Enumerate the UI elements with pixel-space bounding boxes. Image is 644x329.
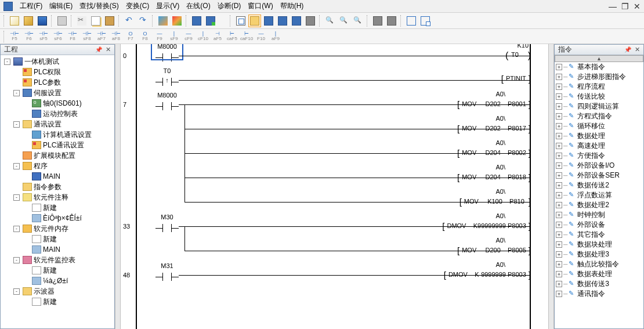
expand-icon[interactable]: + [556, 291, 562, 297]
function-block[interactable]: A0\[MOV D202 P8001] [457, 97, 531, 110]
expand-icon[interactable]: + [556, 84, 562, 90]
tree-node[interactable]: 新建 [2, 203, 113, 213]
expand-icon[interactable]: + [556, 261, 562, 267]
command-item[interactable]: +─触点比较指令 [555, 259, 643, 269]
tree-node[interactable]: MAIN [2, 244, 113, 255]
fn-aF5[interactable]: ⊣aF5 [211, 30, 225, 43]
menu-window[interactable]: 窗口(W) [248, 1, 273, 11]
tree-toggle[interactable]: - [13, 288, 20, 295]
undo-button[interactable] [123, 15, 136, 27]
cut-button[interactable] [75, 15, 88, 27]
command-item[interactable]: +─步进梯形图指令 [555, 72, 643, 82]
fn-sF6[interactable]: ⊣⊢sF6 [51, 30, 65, 43]
function-block[interactable]: A0\[MOV D204 P8018] [457, 171, 531, 183]
tree-node[interactable]: -一体机测试 [2, 56, 113, 67]
panel-close-button[interactable]: ✕ [635, 46, 640, 53]
tree-node[interactable]: 新建 [2, 265, 113, 276]
tool-a-button[interactable] [371, 15, 384, 27]
coil[interactable]: K10(T0) [496, 49, 531, 60]
tree-node[interactable]: MAIN [2, 171, 113, 182]
tree-node[interactable]: 计算机通讯设置 [2, 129, 113, 140]
function-block[interactable]: A0\[DMOV K-9999999 P8003] [444, 268, 531, 281]
function-block[interactable]: A0\[DMOV K99999999 P8003] [442, 219, 531, 232]
function-block[interactable]: A0\[MOV D202 P8017] [457, 122, 531, 135]
tree-node[interactable]: 新建 [2, 297, 113, 307]
function-block[interactable]: A0\[MOV D204 P8002] [457, 146, 531, 159]
function-block[interactable]: [PTINIT] [501, 72, 531, 85]
tree-toggle[interactable]: - [13, 90, 20, 96]
tree-toggle[interactable]: - [4, 59, 10, 65]
win2-button[interactable] [419, 15, 432, 27]
expand-icon[interactable]: + [556, 113, 562, 120]
print-button[interactable] [56, 15, 68, 27]
expand-icon[interactable]: + [556, 222, 562, 228]
expand-icon[interactable]: + [556, 133, 562, 139]
theme1-button[interactable] [157, 15, 169, 27]
ladder-editor[interactable]: 0M8000K10(T0)T0↑[PTINIT]7M8000A0\[MOV D2… [121, 44, 548, 329]
project-tree[interactable]: -一体机测试PLC权限PLC参数-伺服设置轴0(ISD601)运动控制表-通讯设… [1, 55, 114, 328]
fn-sF9[interactable]: |sF9 [167, 30, 181, 43]
fn-aF8[interactable]: ⊣⊢aF8 [109, 30, 123, 43]
fn-sF8[interactable]: ⊣⊢sF8 [80, 30, 94, 43]
tree-node[interactable]: -软元件监控表 [2, 255, 113, 265]
tree-node[interactable]: PLC权限 [2, 67, 113, 77]
expand-icon[interactable]: + [556, 74, 562, 80]
tree-node[interactable]: 运动控制表 [2, 109, 113, 119]
command-item[interactable]: +─数据表处理 [555, 269, 643, 279]
fn-F7[interactable]: OF7 [124, 30, 138, 43]
restore-button[interactable]: ❐ [621, 2, 629, 11]
zoom1-button[interactable] [324, 15, 337, 27]
ld-button[interactable] [234, 15, 247, 27]
fn-cF10[interactable]: |cF10 [196, 30, 210, 43]
expand-icon[interactable]: + [556, 93, 562, 100]
contact[interactable]: T0↑ [155, 74, 179, 86]
minimize-button[interactable]: — [609, 2, 617, 11]
expand-icon[interactable]: + [556, 281, 562, 287]
expand-icon[interactable]: + [556, 153, 562, 159]
command-item[interactable]: +─数据处理3 [555, 250, 643, 259]
tree-node[interactable]: -软元件内存 [2, 223, 113, 234]
fn-cF9[interactable]: —cF9 [182, 30, 196, 43]
expand-icon[interactable]: + [556, 251, 562, 258]
redo-button[interactable] [137, 15, 150, 27]
tool-b-button[interactable] [385, 15, 398, 27]
command-item[interactable]: +─浮点数运算 [555, 190, 643, 200]
tree-node[interactable]: -通讯设置 [2, 119, 113, 129]
tree-node[interactable]: -软元件注释 [2, 192, 113, 203]
command-item[interactable]: +─其它指令 [555, 230, 643, 240]
paste-button[interactable] [103, 15, 116, 27]
fn-F5[interactable]: ⊣⊢F5 [8, 30, 21, 43]
contact[interactable]: M8000 [155, 99, 179, 110]
tree-node[interactable]: ÈíÔªþ×¢ÊÍ±í [2, 213, 113, 223]
theme2-button[interactable] [171, 15, 183, 27]
command-item[interactable]: +─数据传送3 [555, 279, 643, 289]
scroll-up-button[interactable]: ▲ [555, 55, 643, 62]
tree-node[interactable]: 指令参数 [2, 182, 113, 192]
copy-button[interactable] [89, 15, 102, 27]
expand-icon[interactable]: + [556, 162, 562, 169]
fn-F10[interactable]: —F10 [254, 30, 268, 43]
command-item[interactable]: +─外部设备SER [555, 171, 643, 180]
menu-find[interactable]: 查找/替换(S) [79, 1, 118, 11]
command-item[interactable]: +─数据块处理 [555, 240, 643, 250]
command-item[interactable]: +─高速处理 [555, 141, 643, 151]
tree-toggle[interactable]: - [13, 226, 20, 232]
expand-icon[interactable]: + [556, 232, 562, 238]
expand-icon[interactable]: + [556, 172, 562, 179]
tree-node[interactable]: PLC通讯设置 [2, 140, 113, 150]
command-item[interactable]: +─基本指令 [555, 62, 643, 72]
menu-project[interactable]: 工程(F) [20, 1, 42, 11]
zoom2-button[interactable] [338, 15, 350, 27]
command-item[interactable]: +─传送比较 [555, 92, 643, 102]
fn-F9[interactable]: —F9 [153, 30, 167, 43]
tree-node[interactable]: -伺服设置 [2, 88, 113, 98]
mon-b-button[interactable] [276, 15, 289, 27]
tree-node[interactable]: PLC参数 [2, 77, 113, 88]
contact[interactable]: M31 [155, 269, 179, 281]
expand-icon[interactable]: + [556, 192, 562, 198]
tree-toggle[interactable]: - [13, 257, 20, 263]
expand-icon[interactable]: + [556, 123, 562, 129]
fn-caF10[interactable]: ⊢caF10 [240, 30, 254, 43]
contact[interactable]: M8000 [155, 50, 179, 62]
expand-icon[interactable]: + [556, 241, 562, 248]
